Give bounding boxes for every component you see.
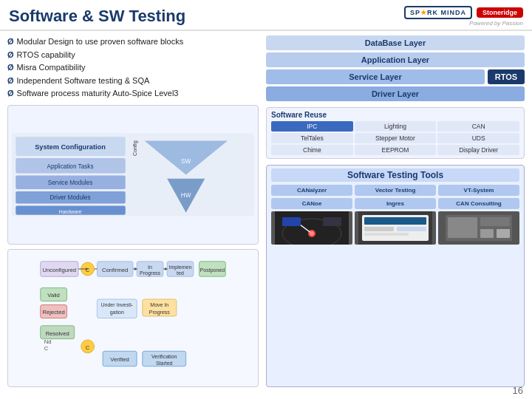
reuse-item-lighting: Lighting	[355, 121, 437, 132]
arrow-icon-3: Ø	[7, 61, 14, 75]
logo-area: SP★RK MINDA Stoneridge Powered by Passio…	[404, 6, 523, 27]
svg-rect-64	[364, 217, 426, 225]
main-content: Ø Modular Design to use proven software …	[0, 31, 532, 392]
svg-text:C: C	[44, 345, 49, 352]
svg-text:Driver Modules: Driver Modules	[50, 194, 90, 201]
flow-state-area: Unconfigured C Confirmed In Progress Imp…	[7, 249, 259, 387]
svg-text:gation: gation	[110, 310, 124, 316]
svg-text:Started: Started	[156, 361, 173, 366]
svg-text:Config: Config	[132, 140, 138, 156]
svg-text:Application Tasks: Application Tasks	[47, 163, 93, 170]
bullet-list: Ø Modular Design to use proven software …	[7, 35, 259, 100]
page-header: Software & SW Testing SP★RK MINDA Stoner…	[0, 0, 532, 31]
svg-text:Move In: Move In	[150, 302, 168, 307]
layer-boxes: DataBase Layer Application Layer Service…	[266, 35, 525, 101]
driver-layer-box: Driver Layer	[266, 86, 525, 101]
svg-rect-60	[282, 217, 301, 226]
bullet-3: Ø Misra Compatibility	[7, 61, 259, 75]
svg-text:Progress: Progress	[149, 310, 171, 316]
arrow-icon-2: Ø	[7, 49, 14, 62]
svg-text:Hardware: Hardware	[58, 209, 81, 215]
database-row: DataBase Layer	[266, 35, 525, 50]
svg-text:C: C	[86, 267, 90, 273]
svg-text:SW: SW	[181, 158, 191, 165]
testing-title: Software Testing Tools	[271, 168, 519, 182]
svg-rect-72	[480, 229, 494, 238]
page-number: 16	[513, 385, 523, 396]
svg-text:ted: ted	[177, 270, 184, 276]
application-row: Application Layer	[266, 52, 525, 67]
svg-text:Progress: Progress	[140, 270, 161, 276]
dashboard-photo-svg	[271, 211, 352, 245]
bullet-4: Ø Independent Software testing & SQA	[7, 75, 259, 88]
svg-text:Postponed: Postponed	[200, 267, 225, 273]
svg-rect-66	[364, 233, 409, 236]
testing-photo-1	[271, 211, 352, 245]
svg-rect-65	[364, 227, 394, 231]
bullet-1: Ø Modular Design to use proven software …	[7, 35, 259, 49]
reuse-grid: IPC Lighting CAN TelTales Stepper Motor …	[271, 121, 519, 155]
reuse-title: Software Reuse	[271, 111, 519, 119]
reuse-item-can: CAN	[437, 121, 519, 132]
architecture-diagram: System Configuration Application Tasks S…	[7, 105, 259, 245]
bullet-2: Ø RTOS capability	[7, 49, 259, 62]
right-column: DataBase Layer Application Layer Service…	[266, 35, 525, 387]
svg-rect-71	[480, 217, 510, 226]
svg-text:Service Modules: Service Modules	[48, 180, 93, 186]
reuse-item-uds: UDS	[437, 133, 519, 143]
reuse-item-display: Display Driver	[437, 145, 519, 155]
hardware-photo-svg	[438, 211, 519, 245]
svg-text:Unconfigured: Unconfigured	[42, 267, 76, 273]
tool-photo-svg	[355, 211, 436, 245]
svg-text:C: C	[86, 344, 90, 351]
driver-row: Driver Layer	[266, 86, 525, 101]
left-column: Ø Modular Design to use proven software …	[7, 35, 259, 387]
svg-text:Confirmed: Confirmed	[102, 267, 128, 273]
svg-text:Under Investi-: Under Investi-	[100, 302, 133, 307]
stoneridge-logo: Stoneridge	[477, 7, 523, 18]
testing-photo-3	[438, 211, 519, 245]
svg-text:System Configuration: System Configuration	[35, 143, 106, 151]
state-diagram-svg: Unconfigured C Confirmed In Progress Imp…	[10, 252, 256, 384]
application-layer-box: Application Layer	[266, 52, 525, 67]
tool-canalyzer: CANalyzer	[271, 185, 352, 196]
service-driver-row: Service Layer RTOS	[266, 69, 525, 84]
svg-text:Resolved: Resolved	[46, 330, 69, 337]
tool-ingres: Ingres	[355, 198, 436, 209]
reuse-item-stepper: Stepper Motor	[355, 133, 437, 143]
arch-diagram-svg: System Configuration Application Tasks S…	[8, 106, 258, 244]
svg-text:Nd: Nd	[44, 338, 52, 345]
svg-rect-55	[275, 211, 349, 245]
state-flow-box: Unconfigured C Confirmed In Progress Imp…	[7, 249, 259, 387]
tagline: Powered by Passion	[469, 20, 523, 27]
testing-tools-row-2: CANoe Ingres CAN Consulting	[271, 198, 519, 209]
svg-text:In: In	[148, 265, 152, 270]
arrow-icon-5: Ø	[7, 87, 14, 100]
svg-text:Verified: Verified	[110, 356, 129, 363]
tool-can-consulting: CAN Consulting	[438, 198, 519, 209]
bullet-5: Ø Software process maturity Auto-Spice L…	[7, 87, 259, 100]
svg-rect-67	[397, 227, 426, 231]
arrow-icon-4: Ø	[7, 75, 14, 88]
reuse-item-chime: Chime	[271, 145, 353, 155]
service-layer-box: Service Layer	[266, 69, 485, 84]
svg-text:Verification: Verification	[151, 354, 177, 359]
svg-rect-61	[323, 217, 341, 226]
svg-point-59	[310, 231, 314, 236]
testing-photo-2	[355, 211, 436, 245]
software-reuse-section: Software Reuse IPC Lighting CAN TelTales…	[266, 107, 525, 159]
spark-minda-logo: SP★RK MINDA	[404, 6, 472, 19]
reuse-item-ipc: IPC	[271, 121, 353, 132]
svg-text:HW: HW	[181, 192, 191, 199]
testing-tools-row-1: CANalyzer Vector Testing VT-System	[271, 185, 519, 196]
database-layer-box: DataBase Layer	[266, 35, 525, 50]
svg-rect-70	[448, 217, 477, 238]
svg-text:Rejected: Rejected	[42, 309, 64, 316]
reuse-item-eeprom: EEPROM	[355, 145, 437, 155]
svg-rect-73	[497, 229, 510, 238]
tool-canoe: CANoe	[271, 198, 352, 209]
rtos-box: RTOS	[488, 69, 525, 84]
svg-text:Valid: Valid	[47, 292, 59, 299]
software-testing-section: Software Testing Tools CANalyzer Vector …	[266, 165, 525, 387]
arrow-icon-1: Ø	[7, 35, 14, 49]
